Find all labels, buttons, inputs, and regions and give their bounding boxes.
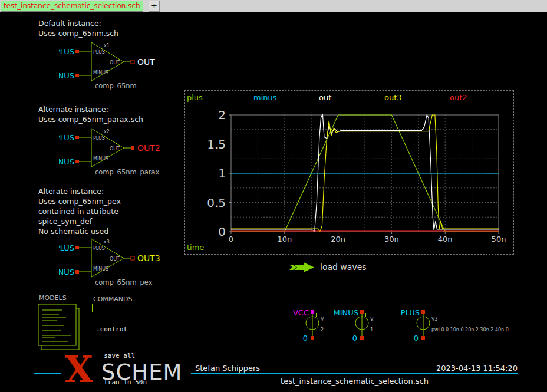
pin-name-minus: MINUS bbox=[93, 156, 108, 162]
gnd-label: 0 bbox=[303, 334, 308, 342]
svg-text:2: 2 bbox=[218, 108, 226, 122]
symbol-name: comp_65nm_pex bbox=[95, 278, 153, 286]
xschem-window: test_instance_schematic_selection.sch + … bbox=[0, 0, 547, 392]
load-waves-button[interactable]: load waves bbox=[320, 262, 367, 272]
code-line: .control bbox=[96, 325, 272, 334]
titleblock-left-line bbox=[34, 373, 61, 374]
x-axis-title: time bbox=[187, 243, 204, 252]
voltage-source-v3[interactable]: PLUS V3 pwl 0 0 10n 0 20n 2 30n 2 40n 0 … bbox=[382, 308, 518, 342]
instance-ref: x2 bbox=[104, 129, 110, 134]
timestamp: 2023-04-13 11:54:20 bbox=[436, 364, 518, 373]
gnd-label: 0 bbox=[414, 334, 419, 342]
waveform-plot[interactable]: 010n20n30n40n50n00.511.52 bbox=[185, 91, 513, 254]
gnd-label: 0 bbox=[352, 334, 357, 342]
svg-text:40n: 40n bbox=[438, 235, 453, 243]
net-label-minus: MINUS bbox=[59, 157, 74, 166]
net-label: PLUS bbox=[401, 308, 420, 317]
top-pin bbox=[421, 310, 425, 314]
svg-text:1.5: 1.5 bbox=[207, 137, 226, 151]
bottom-pin bbox=[311, 336, 314, 340]
tab-active-schematic[interactable]: test_instance_schematic_selection.sch bbox=[1, 1, 143, 12]
plus-pin bbox=[75, 246, 79, 249]
arrow-body bbox=[294, 262, 314, 272]
pin-name-out: OUT bbox=[110, 146, 120, 151]
pin-name-minus: MINUS bbox=[93, 266, 108, 272]
code-line: save all bbox=[96, 351, 272, 360]
net-label: MINUS bbox=[333, 308, 358, 317]
net-label-plus: PLUS bbox=[59, 47, 74, 56]
pin-name-minus: MINUS bbox=[93, 70, 108, 75]
sheet-title: test_instance_schematic_selection.sch bbox=[191, 377, 518, 386]
svg-text:0.5: 0.5 bbox=[207, 196, 226, 210]
top-pin bbox=[360, 310, 364, 314]
xschem-logo-x: X bbox=[65, 351, 93, 388]
source-value: 1 bbox=[370, 327, 373, 332]
voltage-source-v2[interactable]: MINUS V2 1 0 bbox=[321, 308, 374, 342]
out-pin bbox=[131, 256, 134, 260]
svg-text:50n: 50n bbox=[492, 235, 506, 243]
legend-out3[interactable]: out3 bbox=[384, 93, 402, 102]
legend-out[interactable]: out bbox=[319, 93, 331, 102]
tab-bar: test_instance_schematic_selection.sch + bbox=[0, 0, 547, 12]
source-ref: V3 bbox=[431, 317, 438, 322]
net-label: VCC bbox=[293, 308, 309, 317]
heading-line: Uses comp_65nm_pex bbox=[38, 196, 121, 206]
heading-line: Alternate instance: bbox=[38, 104, 143, 114]
net-label-minus: MINUS bbox=[59, 71, 74, 80]
plus-pin bbox=[75, 50, 79, 53]
source-ref: V2 bbox=[370, 317, 374, 322]
svg-text:30n: 30n bbox=[384, 235, 399, 243]
new-tab-button[interactable]: + bbox=[149, 1, 160, 12]
commands-label: COMMANDS bbox=[93, 295, 133, 303]
svg-text:0: 0 bbox=[218, 225, 226, 239]
heading-line: contained in attribute bbox=[38, 206, 121, 216]
bottom-pin bbox=[360, 336, 364, 340]
xschem-logo-text: SCHEM bbox=[101, 361, 182, 383]
pin-name-plus: PLUS bbox=[93, 50, 105, 55]
svg-text:10n: 10n bbox=[277, 235, 292, 243]
svg-text:0: 0 bbox=[229, 235, 233, 243]
legend-minus[interactable]: minus bbox=[253, 93, 277, 102]
symbol-name: comp_65nm bbox=[95, 82, 137, 90]
out-pin bbox=[131, 146, 134, 150]
comparator-instance-x3[interactable]: PLUS MINUS PLUS MINUS OUT x3 OUT3 comp_6… bbox=[59, 235, 177, 288]
legend-out2[interactable]: out2 bbox=[450, 93, 467, 102]
instance-ref: x3 bbox=[104, 239, 110, 245]
net-label-out: OUT2 bbox=[137, 143, 160, 153]
out-pin bbox=[131, 60, 134, 64]
svg-text:20n: 20n bbox=[331, 235, 345, 243]
section-alternate-instance: Alternate instance: Uses comp_65nm_parax… bbox=[38, 104, 143, 124]
titleblock-underline bbox=[191, 373, 518, 374]
comparator-instance-x2[interactable]: PLUS MINUS PLUS MINUS OUT x2 OUT2 comp_6… bbox=[59, 125, 177, 178]
bottom-pin bbox=[421, 336, 425, 340]
heading-line: Uses comp_65nm_parax.sch bbox=[38, 114, 143, 124]
heading-line: Default instance: bbox=[38, 18, 118, 28]
pin-name-out: OUT bbox=[110, 60, 120, 65]
pin-name-plus: PLUS bbox=[93, 246, 105, 251]
heading-line: Uses comp_65nm.sch bbox=[38, 28, 118, 38]
comparator-instance-x1[interactable]: PLUS MINUS PLUS MINUS OUT x1 OUT comp_65… bbox=[59, 39, 177, 92]
minus-pin bbox=[75, 270, 79, 274]
instance-ref: x1 bbox=[104, 43, 110, 48]
author-name: Stefan Schippers bbox=[195, 364, 260, 373]
symbol-name: comp_65nm_parax bbox=[95, 168, 160, 176]
load-waves-arrow-icon[interactable] bbox=[289, 262, 317, 273]
svg-text:1: 1 bbox=[218, 166, 226, 180]
section-pex-instance: Alterate instance: Uses comp_65nm_pex co… bbox=[38, 186, 121, 236]
net-label-minus: MINUS bbox=[59, 268, 74, 276]
models-label: MODELS bbox=[39, 294, 67, 302]
legend-plus[interactable]: plus bbox=[187, 93, 203, 102]
waveform-graph[interactable]: 010n20n30n40n50n00.511.52 plus minus out… bbox=[184, 90, 514, 255]
source-value: pwl 0 0 10n 0 20n 2 30n 2 40n 0 bbox=[431, 327, 509, 332]
section-default-instance: Default instance: Uses comp_65nm.sch bbox=[38, 18, 118, 38]
net-label-out: OUT3 bbox=[137, 253, 160, 263]
plus-pin bbox=[75, 136, 79, 139]
top-pin bbox=[311, 310, 314, 314]
net-label-plus: PLUS bbox=[59, 133, 74, 142]
minus-pin bbox=[75, 160, 79, 163]
voltage-source-v1[interactable]: VCC V1 2 0 bbox=[271, 308, 324, 342]
heading-line: Alterate instance: bbox=[38, 186, 121, 196]
heading-line: spice_sym_def bbox=[38, 216, 121, 226]
net-label-out: OUT bbox=[137, 57, 155, 67]
models-document-icon[interactable] bbox=[35, 302, 88, 353]
